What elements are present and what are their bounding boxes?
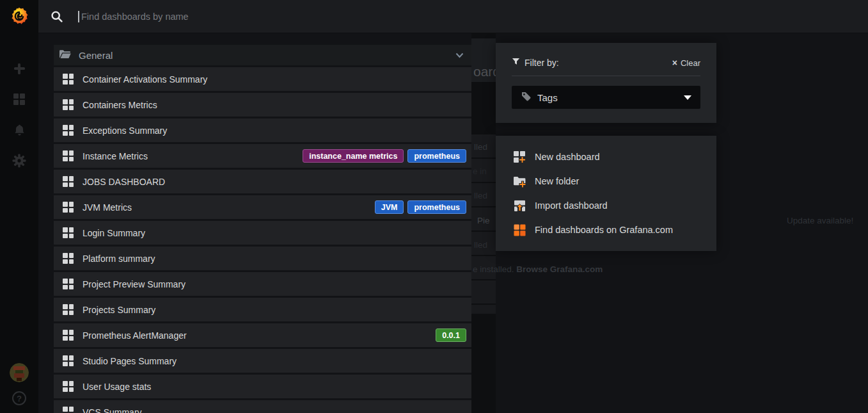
background-text-fragment: lled <box>474 240 487 250</box>
dashboard-icon <box>63 202 74 213</box>
menu-item-new-dashboard[interactable]: New dashboard <box>496 145 716 169</box>
actions-menu: New dashboard New folder Import dashboar… <box>496 136 716 251</box>
tag-badge[interactable]: 0.0.1 <box>436 328 466 342</box>
user-avatar[interactable] <box>10 363 29 382</box>
dashboard-icon <box>63 99 74 110</box>
grafana-logo[interactable] <box>8 6 30 27</box>
dashboard-icon <box>63 304 74 315</box>
dashboard-row[interactable]: Instance Metrics instance_name metrics p… <box>54 144 471 168</box>
menu-item-find-dashboards-grafana-com[interactable]: Find dashboards on Grafana.com <box>496 218 716 242</box>
import-dashboard-icon <box>513 199 526 213</box>
top-navbar: Find dashboards by name <box>38 0 868 33</box>
new-folder-icon <box>513 175 526 188</box>
filter-panel: Filter by: × Clear Tags <box>496 43 716 123</box>
folder-header-general[interactable]: General <box>54 45 471 65</box>
dashboard-icon <box>63 150 74 161</box>
search-icon <box>50 10 64 24</box>
background-text-fragment: e installed. Browse Grafana.com <box>473 264 603 274</box>
dashboard-row[interactable]: VCS Summary <box>54 400 471 413</box>
browse-grafana-link: Browse Grafana.com <box>516 264 603 274</box>
open-folder-icon <box>59 49 71 61</box>
tags-dropdown-value: Tags <box>537 92 684 103</box>
dashboard-row[interactable]: Projects Summary <box>54 298 471 321</box>
grafana-com-grid-icon <box>513 223 526 237</box>
tag-badge[interactable]: prometheus <box>407 200 466 214</box>
tags-dropdown[interactable]: Tags <box>512 86 700 109</box>
dashboard-icon <box>63 227 74 238</box>
funnel-icon <box>512 57 520 69</box>
dashboard-row[interactable]: Container Activations Summary <box>54 67 471 91</box>
dashboard-row[interactable]: Containers Metrics <box>54 93 471 117</box>
dashboards-grid-icon[interactable] <box>12 92 26 106</box>
close-icon: × <box>672 58 677 67</box>
dashboard-icon <box>63 355 74 366</box>
search-results-panel: General Container Activations Summary Co… <box>54 38 471 413</box>
dashboard-row[interactable]: User Usage stats <box>54 375 471 398</box>
menu-item-import-dashboard[interactable]: Import dashboard <box>496 193 716 218</box>
background-text-fragment: lled <box>474 191 487 200</box>
background-text-fragment: e in <box>473 166 487 176</box>
dashboard-row[interactable]: JOBS DASHBOARD <box>54 170 471 193</box>
search-input[interactable]: Find dashboards by name <box>81 12 189 22</box>
tag-badge[interactable]: instance_name metrics <box>303 149 404 163</box>
dashboard-icon <box>63 125 74 136</box>
chevron-down-icon <box>684 95 691 100</box>
dashboard-icon <box>63 279 74 289</box>
dashboard-icon <box>63 176 74 187</box>
dashboard-row[interactable]: Platform summary <box>54 247 471 270</box>
tag-badge[interactable]: prometheus <box>407 149 466 163</box>
dashboard-icon <box>63 253 74 264</box>
background-text-fragment: lled <box>474 142 487 152</box>
help-circle-icon[interactable]: ? <box>12 391 26 405</box>
clear-filter-button[interactable]: × Clear <box>672 58 700 68</box>
tag-badge[interactable]: JVM <box>375 200 404 214</box>
dashboard-icon <box>63 381 74 392</box>
dashboard-row[interactable]: Studio Pages Summary <box>54 349 471 373</box>
background-text-fragment: Pie <box>477 216 490 225</box>
dashboard-icon <box>63 407 74 413</box>
left-sidebar: ? <box>0 0 38 413</box>
chevron-down-icon <box>455 49 464 61</box>
dashboard-icon <box>63 330 74 341</box>
tag-icon <box>521 91 532 104</box>
dashboard-row[interactable]: JVM Metrics JVM prometheus <box>54 195 471 219</box>
dashboard-icon <box>63 74 74 85</box>
dashboard-row[interactable]: Project Preview Summary <box>54 272 471 296</box>
dashboard-row[interactable]: Login Summary <box>54 221 471 245</box>
update-available-text: Update available! <box>787 216 853 225</box>
new-dashboard-icon <box>513 150 526 164</box>
folder-name: General <box>79 50 455 61</box>
plus-icon[interactable] <box>12 61 26 76</box>
text-caret <box>78 11 79 22</box>
dashboard-row[interactable]: Prometheus AlertManager 0.0.1 <box>54 323 471 347</box>
filter-by-label: Filter by: <box>525 58 672 68</box>
dashboard-row[interactable]: Exceptions Summary <box>54 118 471 142</box>
menu-item-new-folder[interactable]: New folder <box>496 169 716 193</box>
gear-icon[interactable] <box>12 154 26 168</box>
bell-icon[interactable] <box>12 123 26 137</box>
